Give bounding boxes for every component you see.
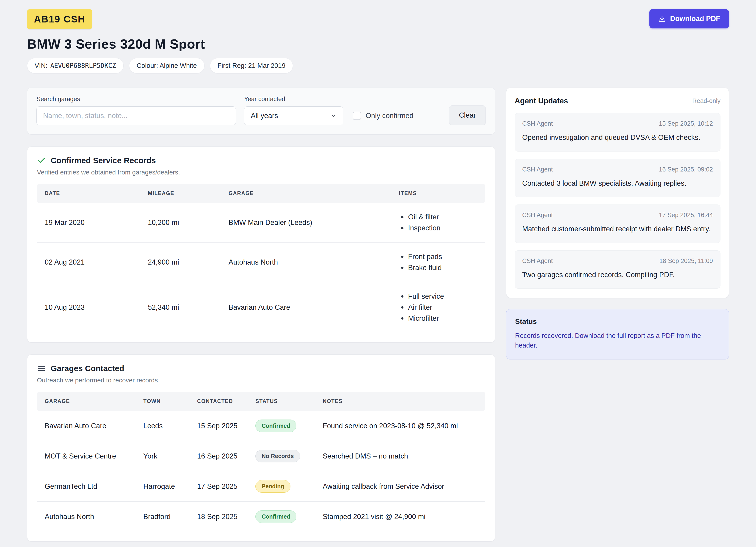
read-only-label: Read-only: [692, 97, 720, 105]
download-pdf-button[interactable]: Download PDF: [649, 9, 729, 28]
year-select-value: All years: [251, 112, 278, 120]
search-field-group: Search garages: [36, 96, 236, 125]
garage-name-cell: GermanTech Ltd: [37, 471, 135, 502]
record-date-cell: 10 Aug 2023: [37, 282, 140, 333]
vin-value: AEVU0P688RLP5DKCZ: [50, 62, 116, 69]
garage-notes-cell: Searched DMS – no match: [315, 441, 485, 471]
agent-update-card: CSH Agent 16 Sep 2025, 09:02 Contacted 3…: [515, 159, 720, 197]
record-date-cell: 02 Aug 2021: [37, 243, 140, 282]
table-row: 19 Mar 2020 10,200 mi BMW Main Dealer (L…: [37, 203, 485, 243]
garage-contacted-cell: 15 Sep 2025: [189, 411, 248, 441]
garages-contacted-header: Garages Contacted: [37, 364, 485, 373]
only-confirmed-group: Only confirmed: [353, 106, 413, 125]
agent-update-meta: CSH Agent 17 Sep 2025, 16:44: [522, 212, 713, 219]
status-badge: Confirmed: [255, 420, 296, 432]
col-header-status: STATUS: [248, 392, 315, 411]
col-header-mileage: MILEAGE: [140, 184, 221, 203]
garages-contacted-panel: Garages Contacted Outreach we performed …: [27, 354, 495, 541]
search-garages-label: Search garages: [36, 96, 236, 103]
agent-timestamp: 16 Sep 2025, 09:02: [659, 166, 713, 173]
confirmed-records-table: DATE MILEAGE GARAGE ITEMS 19 Mar 2020 10…: [37, 184, 485, 333]
col-header-contacted: CONTACTED: [189, 392, 248, 411]
agent-update-card: CSH Agent 18 Sep 2025, 11:09 Two garages…: [515, 250, 720, 289]
agent-updates-header: Agent Updates Read-only: [515, 97, 720, 105]
vin-chip: VIN: AEVU0P688RLP5DKCZ: [27, 58, 124, 73]
service-item: Air filter: [399, 302, 481, 313]
agent-author: CSH Agent: [522, 166, 553, 173]
col-header-garage: GARAGE: [221, 184, 391, 203]
vin-label: VIN:: [35, 62, 47, 69]
status-badge: No Records: [255, 450, 300, 462]
record-items-cell: Full serviceAir filterMicrofilter: [391, 282, 485, 333]
vehicle-chip-row: VIN: AEVU0P688RLP5DKCZ Colour: Alpine Wh…: [27, 58, 729, 73]
confirmed-records-panel: Confirmed Service Records Verified entri…: [27, 146, 495, 343]
record-mileage-cell: 52,340 mi: [140, 282, 221, 333]
agent-update-text: Matched customer-submitted receipt with …: [522, 224, 713, 235]
garage-status-cell: No Records: [248, 441, 315, 471]
main-grid: Search garages Year contacted All years: [27, 88, 729, 547]
clear-filters-button[interactable]: Clear: [449, 105, 486, 125]
col-header-notes: NOTES: [315, 392, 485, 411]
year-field-group: Year contacted All years: [244, 96, 343, 125]
only-confirmed-checkbox[interactable]: [353, 112, 361, 120]
col-header-town: TOWN: [135, 392, 189, 411]
table-header-row: GARAGE TOWN CONTACTED STATUS NOTES: [37, 392, 485, 411]
record-mileage-cell: 24,900 mi: [140, 243, 221, 282]
col-header-date: DATE: [37, 184, 140, 203]
agent-updates-title: Agent Updates: [515, 97, 568, 105]
year-contacted-label: Year contacted: [244, 96, 343, 103]
search-input[interactable]: [36, 106, 236, 125]
status-badge: Pending: [255, 480, 290, 493]
record-date-cell: 19 Mar 2020: [37, 203, 140, 243]
agent-author: CSH Agent: [522, 120, 553, 127]
table-row: 02 Aug 2021 24,900 mi Autohaus North Fro…: [37, 243, 485, 282]
agent-update-text: Contacted 3 local BMW specialists. Await…: [522, 178, 713, 189]
left-column: Search garages Year contacted All years: [27, 88, 495, 547]
agent-timestamp: 17 Sep 2025, 16:44: [659, 212, 713, 219]
service-item: Front pads: [399, 251, 481, 262]
agent-update-card: CSH Agent 15 Sep 2025, 10:12 Opened inve…: [515, 113, 720, 152]
status-text: Records recovered. Download the full rep…: [515, 331, 720, 350]
garage-notes-cell: Awaiting callback from Service Advisor: [315, 471, 485, 502]
page-header: AB19 CSH BMW 3 Series 320d M Sport VIN: …: [27, 9, 729, 73]
garage-notes-cell: Stamped 2021 visit @ 24,900 mi: [315, 502, 485, 532]
table-row: GermanTech Ltd Harrogate 17 Sep 2025 Pen…: [37, 471, 485, 502]
service-item: Full service: [399, 291, 481, 302]
year-select[interactable]: All years: [244, 106, 343, 125]
agent-update-card: CSH Agent 17 Sep 2025, 16:44 Matched cus…: [515, 204, 720, 243]
col-header-garage: GARAGE: [37, 392, 135, 411]
agent-update-meta: CSH Agent 15 Sep 2025, 10:12: [522, 120, 713, 127]
agent-updates-list: CSH Agent 15 Sep 2025, 10:12 Opened inve…: [515, 113, 720, 289]
confirmed-records-subtitle: Verified entries we obtained from garage…: [37, 169, 485, 176]
status-title: Status: [515, 318, 720, 326]
agent-update-meta: CSH Agent 16 Sep 2025, 09:02: [522, 166, 713, 173]
download-icon: [658, 15, 666, 23]
status-badge: Confirmed: [255, 510, 296, 523]
garage-town-cell: York: [135, 441, 189, 471]
right-sidebar: Agent Updates Read-only CSH Agent 15 Sep…: [506, 88, 729, 359]
agent-update-text: Two garages confirmed records. Compiling…: [522, 270, 713, 280]
chevron-down-icon: [330, 112, 337, 119]
agent-author: CSH Agent: [522, 212, 553, 219]
service-item: Oil & filter: [399, 212, 481, 223]
confirmed-records-title: Confirmed Service Records: [51, 156, 156, 165]
garage-name-cell: Autohaus North: [37, 502, 135, 532]
agent-update-meta: CSH Agent 18 Sep 2025, 11:09: [522, 257, 713, 265]
garage-contacted-cell: 17 Sep 2025: [189, 471, 248, 502]
garage-town-cell: Leeds: [135, 411, 189, 441]
service-item: Brake fluid: [399, 262, 481, 273]
status-box: Status Records recovered. Download the f…: [506, 309, 729, 359]
only-confirmed-label: Only confirmed: [366, 112, 413, 120]
record-items-cell: Front padsBrake fluid: [391, 243, 485, 282]
agent-update-text: Opened investigation and queued DVSA & O…: [522, 132, 713, 143]
first-reg-chip: First Reg: 21 Mar 2019: [210, 58, 293, 73]
garage-name-cell: MOT & Service Centre: [37, 441, 135, 471]
record-items-cell: Oil & filterInspection: [391, 203, 485, 243]
garages-contacted-title: Garages Contacted: [51, 364, 124, 373]
record-garage-cell: Bavarian Auto Care: [221, 282, 391, 333]
menu-lines-icon: [37, 364, 46, 373]
page-root: AB19 CSH BMW 3 Series 320d M Sport VIN: …: [0, 0, 756, 547]
colour-chip: Colour: Alpine White: [129, 58, 204, 73]
agent-timestamp: 18 Sep 2025, 11:09: [659, 257, 713, 265]
garages-contacted-subtitle: Outreach we performed to recover records…: [37, 377, 485, 384]
